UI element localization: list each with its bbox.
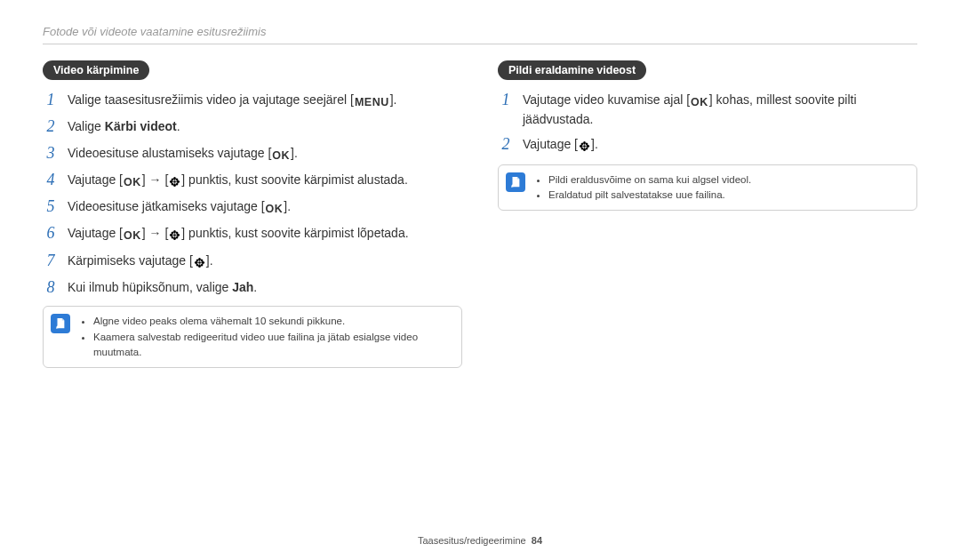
- footer-section: Taasesitus/redigeerimine: [418, 535, 526, 546]
- step-number: 4: [43, 171, 59, 190]
- right-column: Pildi eraldamine videost 1Vajutage video…: [498, 60, 917, 368]
- chapter-title: Fotode või videote vaatamine esitusrežii…: [43, 25, 917, 38]
- left-note-box: Algne video peaks olema vähemalt 10 seku…: [43, 306, 462, 368]
- section-heading-left: Video kärpimine: [43, 60, 149, 80]
- left-column: Video kärpimine 1Valige taasesitusrežiim…: [43, 60, 462, 368]
- macro-flower-icon: [168, 172, 181, 190]
- section-heading-right: Pildi eraldamine videost: [498, 60, 646, 80]
- ok-icon: OK: [123, 228, 142, 244]
- note-icon: [506, 172, 525, 192]
- note-item: Algne video peaks olema vähemalt 10 seku…: [93, 314, 452, 329]
- step-number: 6: [43, 224, 59, 244]
- left-steps: 1Valige taasesitusrežiimis video ja vaju…: [43, 91, 462, 297]
- divider: [43, 44, 917, 44]
- svg-point-17: [174, 234, 177, 236]
- svg-point-12: [177, 180, 180, 183]
- step: 8Kui ilmub hüpiksõnum, valige Jah.: [43, 278, 462, 298]
- svg-point-26: [198, 261, 201, 264]
- right-note-box: Pildi eraldusvõime on sama kui algsel vi…: [498, 164, 917, 212]
- svg-point-30: [201, 261, 204, 264]
- svg-point-35: [583, 146, 586, 148]
- step: 4Vajutage [OK] → [] punktis, kust soovit…: [43, 171, 462, 190]
- left-note-list: Algne video peaks olema vähemalt 10 seku…: [81, 314, 452, 360]
- svg-point-36: [583, 141, 586, 145]
- ok-icon: OK: [690, 94, 709, 110]
- ok-icon: OK: [265, 201, 284, 217]
- ok-icon: OK: [271, 148, 291, 164]
- manual-page: Fotode või videote vaatamine esitusrežii…: [0, 0, 960, 560]
- step-text: Kärpimiseks vajutage [].: [68, 252, 462, 271]
- svg-point-11: [170, 180, 173, 183]
- step-text: Valige Kärbi videot.: [68, 117, 462, 135]
- svg-point-10: [173, 183, 176, 187]
- step-number: 1: [43, 91, 59, 110]
- svg-point-27: [198, 257, 201, 260]
- svg-point-38: [580, 146, 583, 148]
- ok-icon: OK: [123, 174, 142, 190]
- step: 7Kärpimiseks vajutage [].: [43, 252, 462, 271]
- svg-point-37: [583, 148, 586, 152]
- menu-icon: MENU: [354, 94, 390, 110]
- right-steps: 1Vajutage video kuvamise ajal [OK] kohas…: [498, 91, 917, 156]
- step-text: Videoesituse alustamiseks vajutage [OK].: [68, 144, 462, 164]
- step-text: Vajutage [OK] → [] punktis, kust soovite…: [68, 224, 462, 244]
- step-number: 2: [43, 117, 59, 137]
- step-text: Vajutage [OK] → [] punktis, kust soovite…: [68, 171, 462, 190]
- step: 2Vajutage [].: [498, 135, 917, 155]
- macro-flower-icon: [193, 253, 206, 271]
- macro-flower-icon: [168, 226, 181, 244]
- step-text: Vajutage video kuvamise ajal [OK] kohas,…: [523, 91, 917, 128]
- note-item: Eraldatud pilt salvestatakse uue failina…: [548, 188, 908, 203]
- step: 6Vajutage [OK] → [] punktis, kust soovit…: [43, 224, 462, 244]
- step: 1Valige taasesitusrežiimis video ja vaju…: [43, 91, 462, 110]
- note-item: Pildi eraldusvõime on sama kui algsel vi…: [548, 172, 908, 188]
- svg-point-20: [170, 234, 173, 236]
- step-number: 3: [43, 144, 59, 164]
- step: 2Valige Kärbi videot.: [43, 117, 462, 137]
- footer-page-number: 84: [532, 535, 542, 546]
- step: 5Videoesituse jätkamiseks vajutage [OK].: [43, 197, 462, 217]
- svg-point-8: [174, 180, 177, 183]
- note-icon: [51, 314, 70, 333]
- step-number: 2: [498, 135, 514, 155]
- svg-point-39: [586, 146, 589, 148]
- page-footer: Taasesitus/redigeerimine 84: [0, 535, 960, 546]
- step-text: Vajutage [].: [523, 135, 917, 155]
- svg-point-29: [195, 261, 198, 264]
- step-text: Videoesituse jätkamiseks vajutage [OK].: [68, 197, 462, 217]
- step-text: Kui ilmub hüpiksõnum, valige Jah.: [68, 278, 462, 296]
- step-number: 8: [43, 278, 59, 298]
- right-note-list: Pildi eraldusvõime on sama kui algsel vi…: [536, 172, 908, 204]
- step-text: Valige taasesitusrežiimis video ja vajut…: [68, 91, 462, 110]
- svg-point-28: [198, 264, 201, 268]
- note-item: Kaamera salvestab redigeeritud video uue…: [93, 330, 452, 361]
- svg-point-18: [173, 230, 176, 234]
- step-number: 7: [43, 252, 59, 271]
- step-number: 5: [43, 197, 59, 217]
- svg-point-21: [177, 234, 180, 236]
- macro-flower-icon: [578, 137, 591, 155]
- step: 3Videoesituse alustamiseks vajutage [OK]…: [43, 144, 462, 164]
- step: 1Vajutage video kuvamise ajal [OK] kohas…: [498, 91, 917, 128]
- svg-point-9: [173, 177, 176, 180]
- step-number: 1: [498, 91, 514, 110]
- svg-point-19: [173, 237, 176, 241]
- two-column-layout: Video kärpimine 1Valige taasesitusrežiim…: [43, 60, 917, 368]
